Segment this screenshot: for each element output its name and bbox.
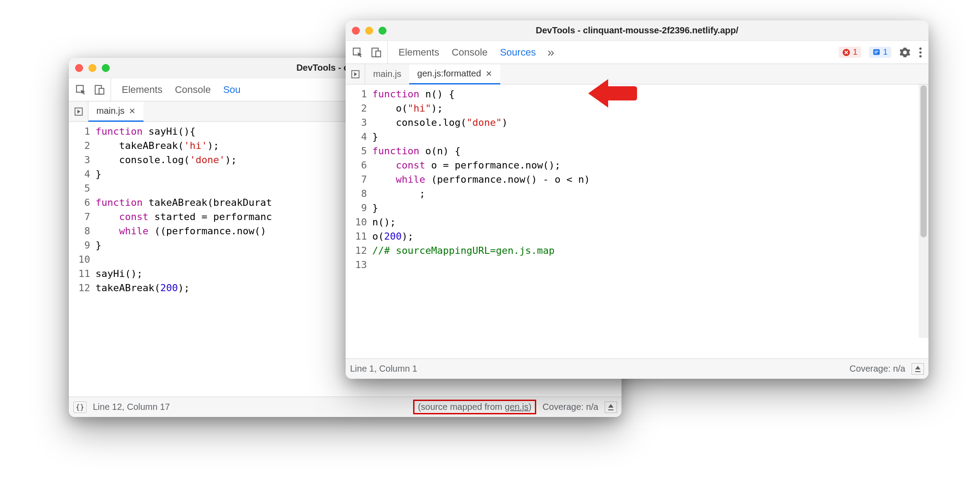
inspect-element-icon[interactable] <box>352 47 363 58</box>
file-tab-main-js[interactable]: main.js <box>365 64 409 84</box>
main-toolbar: Elements Console Sources » 1 1 <box>346 41 928 64</box>
pretty-print-button[interactable]: {} <box>73 401 87 413</box>
code-editor[interactable]: 12345678910111213 function n() { o("hi")… <box>346 84 928 358</box>
file-tab-gen-js-formatted[interactable]: gen.js:formatted ✕ <box>409 64 500 84</box>
expand-panel-button[interactable] <box>912 363 924 375</box>
maximize-window-button[interactable] <box>102 64 110 72</box>
close-icon[interactable]: ✕ <box>129 106 135 116</box>
traffic-lights <box>352 27 386 35</box>
coverage-label: Coverage: n/a <box>849 364 905 374</box>
code-content[interactable]: function n() { o("hi"); console.log("don… <box>372 87 928 358</box>
settings-gear-icon[interactable] <box>899 47 911 58</box>
svg-point-9 <box>919 47 921 49</box>
file-tabs: main.js gen.js:formatted ✕ <box>346 64 928 84</box>
close-window-button[interactable] <box>352 27 360 35</box>
window-title: DevTools - clinquant-mousse-2f2396.netli… <box>346 25 928 36</box>
vertical-scrollbar[interactable] <box>919 84 928 338</box>
line-numbers: 123456789101112 <box>69 124 96 397</box>
svg-rect-8 <box>874 52 877 53</box>
navigator-toggle-icon[interactable] <box>346 64 365 84</box>
panel-sources[interactable]: Sources <box>499 41 537 65</box>
svg-point-10 <box>919 51 921 53</box>
source-mapped-label[interactable]: (source mapped from gen.js) <box>413 400 537 414</box>
traffic-lights <box>75 64 110 72</box>
close-icon[interactable]: ✕ <box>486 69 492 79</box>
svg-rect-7 <box>874 51 878 52</box>
panel-sources[interactable]: Sou <box>222 78 241 103</box>
status-bar: Line 1, Column 1 Coverage: n/a <box>346 358 928 379</box>
panel-console[interactable]: Console <box>174 83 212 96</box>
panel-elements[interactable]: Elements <box>398 46 440 59</box>
cursor-position: Line 12, Column 17 <box>93 402 170 412</box>
file-tab-main-js[interactable]: main.js ✕ <box>88 102 143 122</box>
more-panels-chevron-icon[interactable]: » <box>547 45 554 60</box>
inspect-element-icon[interactable] <box>75 84 87 96</box>
device-toggle-icon[interactable] <box>94 84 105 96</box>
cursor-position: Line 1, Column 1 <box>350 364 417 374</box>
expand-panel-button[interactable] <box>605 401 617 413</box>
coverage-label: Coverage: n/a <box>542 402 598 412</box>
svg-rect-6 <box>873 49 880 55</box>
issue-count-badge[interactable]: 1 <box>869 47 891 58</box>
status-bar: {} Line 12, Column 17 (source mapped fro… <box>69 397 621 417</box>
error-count-badge[interactable]: 1 <box>839 47 861 58</box>
minimize-window-button[interactable] <box>88 64 96 72</box>
file-tab-label: main.js <box>96 106 124 116</box>
file-tab-label: gen.js:formatted <box>417 68 481 79</box>
svg-rect-4 <box>376 51 381 56</box>
navigator-toggle-icon[interactable] <box>69 101 88 121</box>
scrollbar-thumb[interactable] <box>920 85 927 237</box>
file-tab-label: main.js <box>373 69 401 79</box>
device-toggle-icon[interactable] <box>370 47 382 58</box>
svg-point-11 <box>919 55 921 57</box>
titlebar: DevTools - clinquant-mousse-2f2396.netli… <box>346 20 928 41</box>
maximize-window-button[interactable] <box>378 27 386 35</box>
close-window-button[interactable] <box>75 64 83 72</box>
panel-elements[interactable]: Elements <box>121 83 163 96</box>
svg-rect-1 <box>99 88 104 94</box>
panel-console[interactable]: Console <box>451 46 489 59</box>
more-menu-icon[interactable] <box>919 47 922 58</box>
devtools-window-front: DevTools - clinquant-mousse-2f2396.netli… <box>346 20 928 379</box>
line-numbers: 12345678910111213 <box>346 87 372 358</box>
minimize-window-button[interactable] <box>365 27 373 35</box>
